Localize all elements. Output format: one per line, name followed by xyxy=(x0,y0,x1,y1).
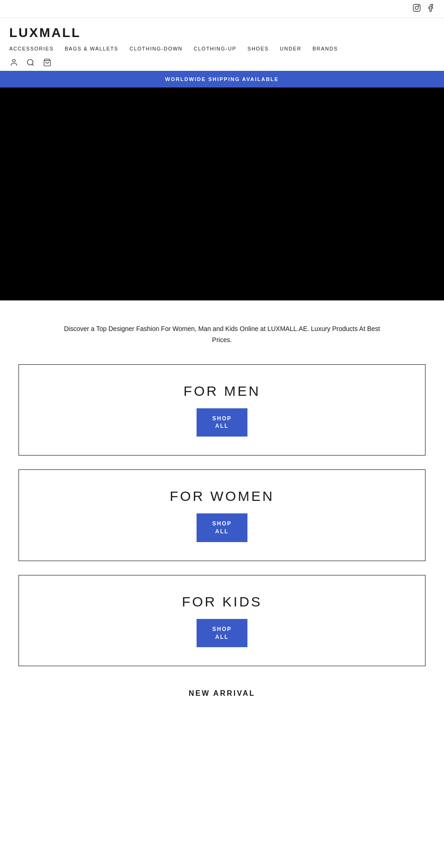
category-sections: FOR MEN SHOPALL FOR WOMEN SHOPALL FOR KI… xyxy=(0,364,444,667)
category-women: FOR WOMEN SHOPALL xyxy=(18,469,426,561)
nav-item-clothing-up[interactable]: CLOTHING-UP xyxy=(194,46,236,51)
nav-item-shoes[interactable]: SHOES xyxy=(247,46,269,51)
svg-line-5 xyxy=(32,64,33,65)
shipping-text: WORLDWIDE SHIPPING AVAILABLE xyxy=(165,76,279,82)
top-bar xyxy=(0,0,444,18)
instagram-icon[interactable] xyxy=(413,4,421,14)
hero-image xyxy=(0,87,444,300)
nav-item-brands[interactable]: BRANDS xyxy=(313,46,338,51)
nav-item-bags-wallets[interactable]: BAGS & WALLETS xyxy=(65,46,118,51)
nav-item-clothing-down[interactable]: CLOTHING-DOWN xyxy=(130,46,183,51)
shop-all-men-button[interactable]: SHOPALL xyxy=(197,408,247,437)
new-arrival-title: NEW ARRIVAL xyxy=(18,689,426,698)
category-men: FOR MEN SHOPALL xyxy=(18,364,426,456)
svg-point-2 xyxy=(418,6,419,6)
tagline-text: Discover a Top Designer Fashion For Wome… xyxy=(56,324,388,346)
nav-item-accessories[interactable]: ACCESSORIES xyxy=(9,46,54,51)
main-nav: ACCESSORIESBAGS & WALLETSCLOTHING-DOWNCL… xyxy=(9,46,435,51)
category-kids-title: FOR KIDS xyxy=(182,594,262,610)
cart-icon[interactable] xyxy=(43,58,52,67)
svg-rect-0 xyxy=(413,5,420,12)
svg-point-1 xyxy=(415,6,419,10)
shop-all-kids-button[interactable]: SHOPALL xyxy=(197,619,247,648)
svg-point-3 xyxy=(12,59,15,62)
shop-all-women-button[interactable]: SHOPALL xyxy=(197,513,247,542)
new-arrival-section: NEW ARRIVAL xyxy=(0,666,444,823)
facebook-icon[interactable] xyxy=(426,4,435,14)
category-men-title: FOR MEN xyxy=(184,383,260,399)
search-icon[interactable] xyxy=(26,58,35,67)
header: LUXMALL ACCESSORIESBAGS & WALLETSCLOTHIN… xyxy=(0,18,444,71)
new-arrival-grid xyxy=(18,712,426,804)
nav-item-under[interactable]: UNDER xyxy=(280,46,302,51)
svg-point-4 xyxy=(27,59,33,65)
category-kids: FOR KIDS SHOPALL xyxy=(18,575,426,667)
shipping-banner: WORLDWIDE SHIPPING AVAILABLE xyxy=(0,71,444,87)
account-icon[interactable] xyxy=(9,58,18,67)
category-women-title: FOR WOMEN xyxy=(170,488,274,504)
header-icons xyxy=(9,58,435,67)
tagline: Discover a Top Designer Fashion For Wome… xyxy=(0,300,444,364)
logo[interactable]: LUXMALL xyxy=(9,25,435,40)
